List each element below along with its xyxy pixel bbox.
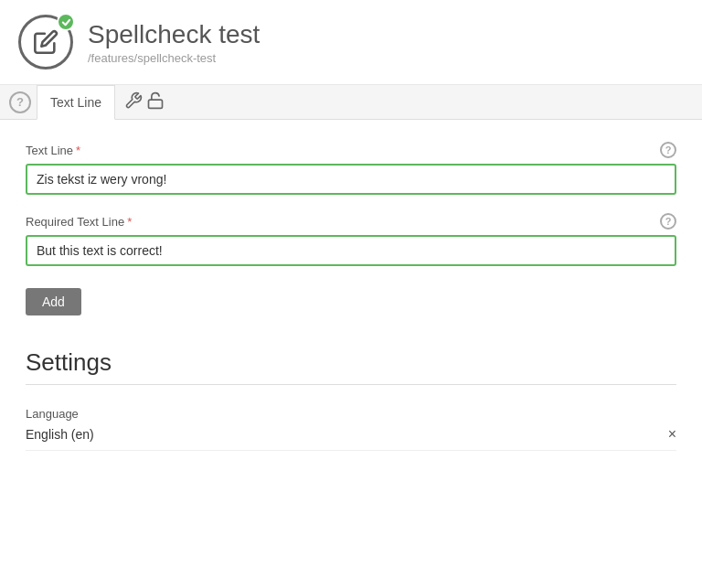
text-line-label-row: Text Line* ? [26,142,676,158]
svg-rect-0 [149,100,163,108]
check-badge-icon [57,13,75,31]
page-header: Spellcheck test /features/spellcheck-tes… [0,0,702,85]
required-text-line-field-group: Required Text Line* ? [26,213,676,266]
language-label: Language [26,407,676,421]
text-line-help-icon[interactable]: ? [660,142,676,158]
language-row: Language English (en) × [26,400,676,458]
language-value: English (en) [26,427,94,442]
required-text-line-required-star: * [127,215,132,229]
add-button[interactable]: Add [26,288,81,315]
text-line-required-star: * [76,144,80,157]
language-value-row: English (en) × [26,426,676,451]
settings-title: Settings [26,348,676,385]
page-title: Spellcheck test [88,19,260,50]
tab-bar: ? Text Line [0,85,702,120]
tab-text-line[interactable]: Text Line [37,85,115,120]
app-icon [18,15,73,69]
header-text: Spellcheck test /features/spellcheck-tes… [88,19,260,66]
text-line-field-group: Text Line* ? [26,142,676,195]
required-text-line-label: Required Text Line [26,215,124,229]
text-line-input[interactable] [26,164,676,195]
page-subtitle: /features/spellcheck-test [88,51,260,65]
language-clear-button[interactable]: × [668,426,676,443]
settings-section: Settings Language English (en) × [26,348,676,458]
required-text-line-label-row: Required Text Line* ? [26,213,676,230]
text-line-label: Text Line [26,144,73,157]
unlock-icon[interactable] [146,91,165,112]
tab-label: Text Line [50,95,101,110]
help-button[interactable]: ? [9,91,31,113]
wrench-icon[interactable] [124,91,143,112]
required-text-line-help-icon[interactable]: ? [660,213,676,230]
main-content: Text Line* ? Required Text Line* ? Add S… [0,120,702,480]
required-text-line-input[interactable] [26,235,676,266]
